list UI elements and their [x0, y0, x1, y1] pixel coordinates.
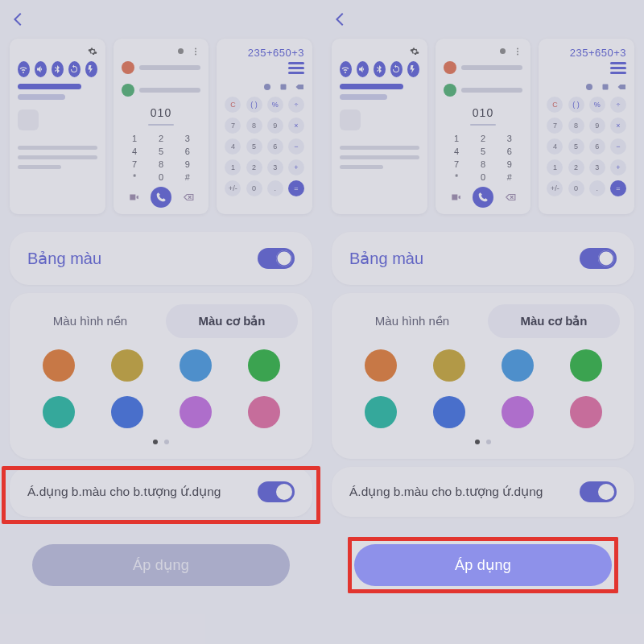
preview-quicksettings[interactable]: [332, 39, 427, 214]
color-swatch[interactable]: [570, 396, 602, 428]
back-icon[interactable]: [332, 10, 349, 28]
dial-key: 5: [152, 147, 170, 156]
svg-point-9: [517, 54, 518, 56]
dial-key: 3: [179, 134, 196, 143]
color-swatch[interactable]: [180, 349, 212, 382]
tab-basic-color[interactable]: Màu cơ bản: [488, 304, 620, 338]
calc-key: 1: [547, 159, 563, 175]
calc-toolbar: [547, 82, 626, 92]
calc-key: ( ): [568, 97, 584, 113]
color-swatch[interactable]: [365, 349, 397, 382]
color-swatch[interactable]: [502, 396, 534, 428]
apply-button[interactable]: Áp dụng: [354, 544, 612, 586]
tab-wallpaper-color[interactable]: Màu hình nền: [346, 304, 478, 338]
dial-key: 7: [126, 159, 143, 169]
color-swatch[interactable]: [570, 349, 602, 382]
color-swatch[interactable]: [365, 396, 397, 428]
calc-key: +: [288, 159, 304, 175]
calc-key: 2: [246, 159, 262, 175]
svg-point-10: [586, 84, 592, 90]
calc-key: =: [288, 180, 304, 196]
dial-key: 9: [179, 159, 196, 169]
color-swatch[interactable]: [433, 349, 465, 382]
dialpad: 123456789*0#: [444, 134, 523, 182]
svg-point-7: [517, 48, 518, 50]
dial-key: *: [448, 172, 465, 182]
nav-bar: [322, 0, 644, 39]
section-title: Bảng màu: [27, 249, 101, 268]
call-button-icon: [151, 187, 171, 208]
dial-key: #: [501, 172, 518, 182]
dial-key: 1: [448, 134, 465, 143]
calc-key: 0: [568, 180, 584, 196]
calc-key: =: [610, 180, 626, 196]
color-swatch[interactable]: [111, 396, 143, 428]
backspace-icon: [503, 190, 518, 204]
svg-point-8: [517, 51, 518, 52]
dial-key: 4: [126, 147, 143, 156]
calc-toolbar: [225, 82, 304, 92]
video-icon: [126, 190, 141, 204]
calc-key: .: [589, 180, 605, 196]
apply-icons-toggle[interactable]: [580, 481, 617, 502]
preview-calculator[interactable]: 235+650+3 C( )%÷789×456−123++/-0.=: [539, 39, 634, 214]
calc-key: 9: [589, 118, 605, 134]
palette-toggle[interactable]: [258, 248, 295, 269]
right-pane: 010 123456789*0# 235+650+3 C( )%÷789×456…: [322, 0, 644, 644]
palette-tabs: Màu hình nền Màu cơ bản: [346, 304, 620, 338]
color-swatch[interactable]: [248, 349, 280, 382]
rotate-icon: [68, 61, 80, 77]
dial-key: 2: [152, 134, 170, 143]
calc-key: 8: [568, 118, 584, 134]
apply-icons-label: Á.dụng b.màu cho b.tượng ứ.dụng: [27, 485, 221, 499]
apply-palette-to-icons-row: Á.dụng b.màu cho b.tượng ứ.dụng: [332, 467, 634, 517]
color-swatch[interactable]: [180, 396, 212, 428]
preview-quicksettings[interactable]: [10, 39, 105, 214]
dial-key: 1: [126, 134, 143, 143]
palette-picker-card: Màu hình nền Màu cơ bản: [332, 293, 634, 459]
preview-phone[interactable]: 010 123456789*0#: [114, 39, 209, 214]
dial-key: 9: [501, 159, 518, 169]
dial-key: 2: [474, 134, 492, 143]
calc-key: C: [547, 97, 563, 113]
apply-icons-label: Á.dụng b.màu cho b.tượng ứ.dụng: [349, 485, 543, 499]
pager-dots: [346, 440, 620, 444]
apply-button[interactable]: Áp dụng: [32, 544, 290, 586]
calc-key: ×: [610, 118, 626, 134]
back-icon[interactable]: [10, 10, 27, 28]
dial-key: 7: [448, 159, 465, 169]
wifi-icon: [340, 61, 352, 77]
color-swatch[interactable]: [248, 396, 280, 428]
theme-previews: 010 123456789*0# 235+650+3 C( )%÷789×456…: [0, 39, 322, 224]
bluetooth-icon: [374, 61, 386, 77]
calc-key: 3: [589, 159, 605, 175]
color-swatch[interactable]: [502, 349, 534, 382]
calc-key: .: [267, 180, 283, 196]
tab-basic-color[interactable]: Màu cơ bản: [166, 304, 298, 338]
color-swatch[interactable]: [43, 349, 75, 382]
color-swatch[interactable]: [43, 396, 75, 428]
color-palette-section: Bảng màu: [332, 232, 634, 285]
dial-key: 0: [152, 172, 170, 182]
palette-toggle[interactable]: [580, 248, 617, 269]
dial-number: 010: [444, 106, 523, 126]
color-swatch[interactable]: [111, 349, 143, 382]
pager-dots: [24, 440, 298, 444]
dial-number: 010: [122, 106, 201, 126]
apply-icons-toggle[interactable]: [258, 481, 295, 502]
color-swatch[interactable]: [433, 396, 465, 428]
tab-wallpaper-color[interactable]: Màu hình nền: [24, 304, 156, 338]
sound-icon: [35, 61, 47, 77]
calc-key: 4: [547, 138, 563, 155]
dial-key: #: [179, 172, 196, 182]
preview-phone[interactable]: 010 123456789*0#: [436, 39, 531, 214]
calc-key: +/-: [225, 180, 241, 196]
dial-key: 4: [448, 147, 465, 156]
video-icon: [448, 190, 463, 204]
preview-calculator[interactable]: 235+650+3 C( )%÷789×456−123++/-0.=: [217, 39, 312, 214]
calc-key: 5: [568, 138, 584, 155]
palette-tabs: Màu hình nền Màu cơ bản: [24, 304, 298, 338]
dial-key: *: [126, 172, 143, 182]
palette-picker-card: Màu hình nền Màu cơ bản: [10, 293, 312, 459]
calc-key: C: [225, 97, 241, 113]
